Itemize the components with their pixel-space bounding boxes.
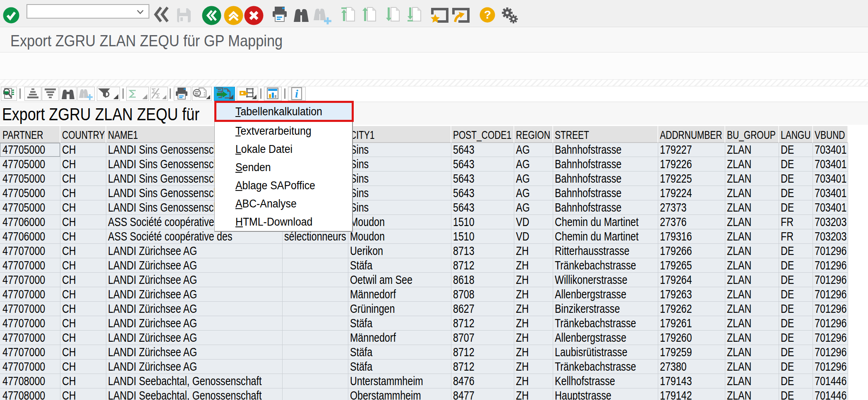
svg-text:?: ? [484,8,491,21]
svg-text:i: i [295,87,298,100]
